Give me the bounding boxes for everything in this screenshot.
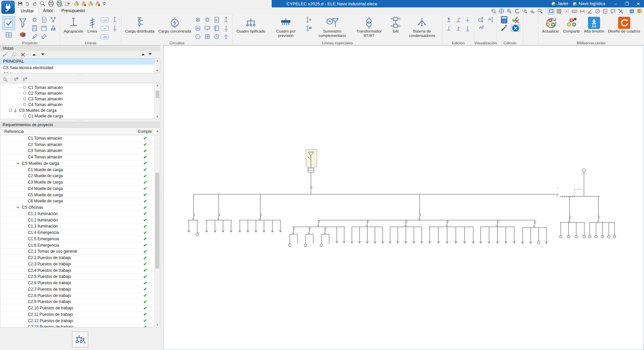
panel-canvas-splitter[interactable]: ···· bbox=[160, 45, 163, 350]
edit-delete-button[interactable] bbox=[445, 16, 453, 23]
vistas-scrollbar[interactable]: ▲▼ bbox=[154, 58, 160, 73]
edit-rotate-button[interactable] bbox=[464, 16, 472, 23]
pin-button[interactable] bbox=[40, 33, 48, 40]
cancel-calc-button[interactable] bbox=[511, 24, 520, 32]
edit-invert-button[interactable] bbox=[464, 24, 472, 32]
table-row[interactable]: C2.6 Puestos de trabajo✔ bbox=[0, 280, 160, 286]
project-data-button[interactable] bbox=[2, 16, 15, 30]
hand-button[interactable] bbox=[529, 8, 536, 14]
table-row[interactable]: C2.1 Tomas de uso general✔ bbox=[0, 249, 160, 255]
tab-presupuesto[interactable]: Presupuesto bbox=[57, 7, 89, 15]
doc-circuit-button[interactable] bbox=[213, 16, 221, 23]
tree-scrollbar[interactable]: ▲▼ bbox=[154, 83, 160, 119]
bateria-button[interactable]: Batería de condensadores bbox=[404, 16, 440, 38]
carga-concentrada-button[interactable]: Carga concentrada bbox=[157, 16, 193, 34]
print-button[interactable] bbox=[48, 0, 54, 7]
view-copy-button[interactable] bbox=[11, 52, 17, 58]
scroll-up-icon[interactable]: ▲ bbox=[156, 130, 159, 133]
column-cumple[interactable]: Cumple bbox=[138, 129, 152, 134]
table-row[interactable]: C1.1 Iluminación✔ bbox=[0, 211, 160, 217]
tree-item[interactable]: C3 Tomas almacén bbox=[0, 96, 160, 102]
pole-4-button[interactable] bbox=[222, 24, 230, 32]
window-button[interactable] bbox=[40, 24, 48, 32]
draw-button[interactable] bbox=[31, 33, 39, 40]
table-row[interactable]: CS Muelles de carga✔ bbox=[0, 160, 160, 167]
table-row[interactable]: C3 Muelle de carga✔ bbox=[0, 179, 160, 186]
route-down-button[interactable] bbox=[305, 24, 313, 32]
view-item[interactable]: CS Almacén bbox=[0, 71, 160, 73]
table-row[interactable]: C2.5 Puestos de trabajo✔ bbox=[0, 274, 160, 280]
cuadro-prevision-button[interactable]: Cuadro por previsión bbox=[268, 16, 304, 38]
frame-button[interactable] bbox=[548, 8, 554, 14]
stamp-button[interactable] bbox=[49, 24, 57, 32]
bim-project-chip[interactable]: Nave logística bbox=[573, 1, 605, 6]
tree-item[interactable]: C1 Muelle de carga bbox=[0, 113, 160, 119]
zoom-search-button[interactable] bbox=[39, 0, 46, 7]
table-row[interactable]: C4 Muelle de carga✔ bbox=[0, 186, 160, 192]
transformador-button[interactable]: Transformador BT/BT bbox=[351, 16, 387, 38]
tree-item[interactable]: C1 Tomas almacén bbox=[0, 85, 160, 90]
table-row[interactable]: C2.2 Puestos de trabajo✔ bbox=[0, 255, 160, 261]
table-row[interactable]: C2 Tomas almacén✔ bbox=[0, 142, 160, 148]
save-button[interactable] bbox=[17, 1, 23, 6]
lab-button[interactable]: LAB bbox=[100, 33, 109, 40]
linea-button[interactable]: Línea bbox=[86, 16, 99, 34]
close-button[interactable]: ✕ bbox=[633, 0, 644, 7]
table-row[interactable]: C2.4 Puestos de trabajo✔ bbox=[0, 267, 160, 274]
pole-3-button[interactable] bbox=[222, 16, 230, 23]
pole-1-button[interactable] bbox=[111, 16, 119, 23]
edit-assign-button[interactable] bbox=[454, 24, 462, 32]
table-row[interactable]: C1.5 Emergencia✔ bbox=[0, 236, 160, 242]
layout-button[interactable] bbox=[602, 8, 608, 14]
tree-item[interactable]: -CS Muelles de carga bbox=[0, 107, 160, 113]
table-row[interactable]: C5 Muelle de carga✔ bbox=[0, 192, 160, 198]
zoom-fit-button[interactable] bbox=[498, 8, 505, 14]
tree-item[interactable]: C4 Tomas almacén bbox=[0, 102, 160, 107]
splitter-handle[interactable]: ···· bbox=[0, 73, 160, 76]
table-row[interactable]: C1 Tomas almacén✔ bbox=[0, 135, 160, 142]
dimension-button[interactable] bbox=[579, 8, 585, 14]
sai-button[interactable]: SAI bbox=[388, 16, 403, 34]
bim-3-button[interactable] bbox=[88, 1, 93, 6]
minimize-button[interactable]: – bbox=[610, 0, 621, 7]
book-button[interactable] bbox=[636, 8, 643, 14]
bim-1-button[interactable] bbox=[74, 1, 79, 6]
maximize-button[interactable]: ❐ bbox=[621, 0, 633, 7]
table-row[interactable]: C2.9 Puestos de trabajo✔ bbox=[0, 299, 160, 305]
view-item[interactable]: CS Sala técnica electricidad bbox=[0, 65, 160, 71]
chevron-down-icon[interactable] bbox=[16, 162, 19, 164]
table-row[interactable]: C1.4 Emergencia✔ bbox=[0, 230, 160, 236]
snap-dot-button[interactable] bbox=[563, 8, 570, 14]
actualizar-button[interactable]: Actualizar bbox=[541, 16, 560, 34]
lamp-button[interactable] bbox=[194, 16, 202, 23]
view-expand-button[interactable] bbox=[477, 16, 485, 23]
junction-button[interactable] bbox=[203, 33, 211, 40]
zoom-back-button[interactable] bbox=[490, 8, 497, 14]
table-row[interactable]: CS Oficinas✔ bbox=[0, 204, 160, 211]
drawing-canvas[interactable] bbox=[163, 45, 644, 350]
table-row[interactable]: C2.12 Puestos de trabajo✔ bbox=[0, 318, 160, 324]
protractor-button[interactable] bbox=[586, 8, 593, 14]
verify-button[interactable] bbox=[511, 16, 521, 23]
undo-button[interactable] bbox=[24, 1, 30, 6]
references-button[interactable] bbox=[5, 31, 13, 39]
view-item[interactable]: PRINCIPAL bbox=[0, 58, 160, 65]
table-row[interactable]: C2.11 Puestos de trabajo✔ bbox=[0, 311, 160, 318]
clock-button[interactable] bbox=[213, 33, 221, 40]
table-row[interactable]: C2.8 Puestos de trabajo✔ bbox=[0, 293, 160, 299]
scroll-down-icon[interactable]: ▼ bbox=[156, 323, 159, 327]
wizard-button[interactable] bbox=[499, 24, 509, 32]
splitter-handle-2[interactable]: ···· bbox=[0, 119, 160, 122]
view-new-button[interactable] bbox=[2, 52, 9, 58]
table-row[interactable]: C2.10 Puestos de trabajo✔ bbox=[0, 305, 160, 311]
export-red-button[interactable] bbox=[64, 1, 70, 6]
lga-button[interactable]: LGA bbox=[100, 16, 109, 23]
table-row[interactable]: C1 Muelle de carga✔ bbox=[0, 167, 160, 173]
table-row[interactable]: C4 Tomas almacén✔ bbox=[0, 154, 160, 160]
scrollbar-thumb[interactable] bbox=[155, 173, 159, 268]
carga-distribuida-button[interactable]: Carga distribuida bbox=[124, 16, 156, 34]
calculator-small-button[interactable] bbox=[31, 24, 39, 32]
sort-down-button[interactable] bbox=[148, 52, 152, 57]
scheme-wizard-button[interactable] bbox=[72, 332, 88, 347]
report-button[interactable] bbox=[40, 16, 48, 23]
